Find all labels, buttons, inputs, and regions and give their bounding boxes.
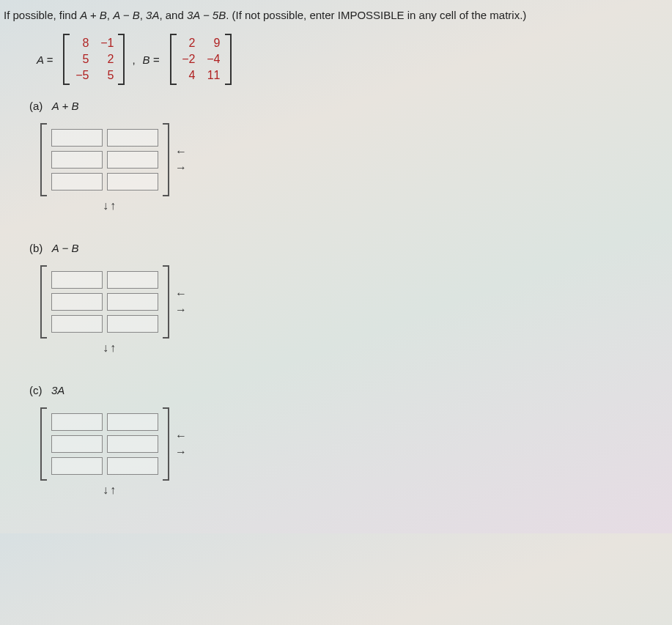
cell-c-3-1[interactable] [51, 457, 103, 475]
cell-b-2-2[interactable] [107, 293, 158, 311]
arrow-left-icon[interactable]: ← [175, 287, 187, 300]
question-text: If possible, find A + B, A − B, 3A, and … [4, 7, 672, 23]
part-a-label: (a) A + B [29, 100, 672, 112]
arrow-down-icon[interactable]: ↓ [103, 199, 110, 212]
cell-b-1-2[interactable] [107, 271, 158, 289]
row-resize-b[interactable]: ← → [175, 287, 187, 317]
matrix-a-label: A = [37, 53, 53, 66]
arrow-left-icon[interactable]: ← [175, 145, 187, 158]
row-resize-c[interactable]: ← → [175, 429, 187, 459]
matrix-a: 8−1 52 −55 [63, 34, 125, 85]
matrix-b-label: B = [143, 53, 160, 66]
col-resize-b[interactable]: ↓↑ [103, 341, 672, 355]
part-a: (a) A + B ← → ↓↑ [29, 100, 672, 212]
arrow-right-icon[interactable]: → [175, 303, 187, 317]
cell-a-3-2[interactable] [107, 173, 158, 191]
answer-matrix-b [40, 265, 169, 339]
given-matrices: A = 8−1 52 −55 , B = 29 −2−4 411 [37, 34, 672, 85]
cell-a-2-1[interactable] [51, 151, 103, 169]
cell-c-1-2[interactable] [107, 413, 158, 431]
arrow-right-icon[interactable]: → [175, 161, 187, 174]
part-c: (c) 3A ← → ↓↑ [29, 384, 672, 497]
cell-b-2-1[interactable] [51, 293, 103, 311]
cell-c-3-2[interactable] [107, 457, 158, 475]
arrow-right-icon[interactable]: → [175, 445, 187, 459]
row-resize-a[interactable]: ← → [175, 145, 187, 174]
cell-b-3-1[interactable] [51, 315, 103, 333]
arrow-down-icon[interactable]: ↓ [103, 341, 110, 354]
col-resize-a[interactable]: ↓↑ [103, 199, 672, 212]
answer-matrix-a [40, 123, 169, 196]
cell-a-3-1[interactable] [51, 173, 103, 191]
comma: , [132, 53, 135, 66]
matrix-b: 29 −2−4 411 [170, 34, 232, 85]
cell-b-1-1[interactable] [51, 271, 103, 289]
col-resize-c[interactable]: ↓↑ [103, 484, 672, 497]
arrow-up-icon[interactable]: ↑ [110, 341, 117, 354]
part-b: (b) A − B ← → ↓↑ [29, 242, 672, 355]
cell-c-2-1[interactable] [51, 435, 103, 453]
part-b-label: (b) A − B [29, 242, 672, 254]
answer-matrix-c [40, 407, 169, 481]
cell-b-3-2[interactable] [107, 315, 158, 333]
arrow-left-icon[interactable]: ← [175, 429, 187, 443]
cell-c-2-2[interactable] [107, 435, 158, 453]
part-c-label: (c) 3A [29, 384, 672, 396]
cell-a-1-2[interactable] [107, 129, 158, 147]
arrow-up-icon[interactable]: ↑ [110, 199, 117, 212]
cell-c-1-1[interactable] [51, 413, 103, 431]
cell-a-2-2[interactable] [107, 151, 158, 169]
arrow-up-icon[interactable]: ↑ [110, 484, 117, 496]
cell-a-1-1[interactable] [51, 129, 103, 147]
arrow-down-icon[interactable]: ↓ [103, 484, 110, 496]
